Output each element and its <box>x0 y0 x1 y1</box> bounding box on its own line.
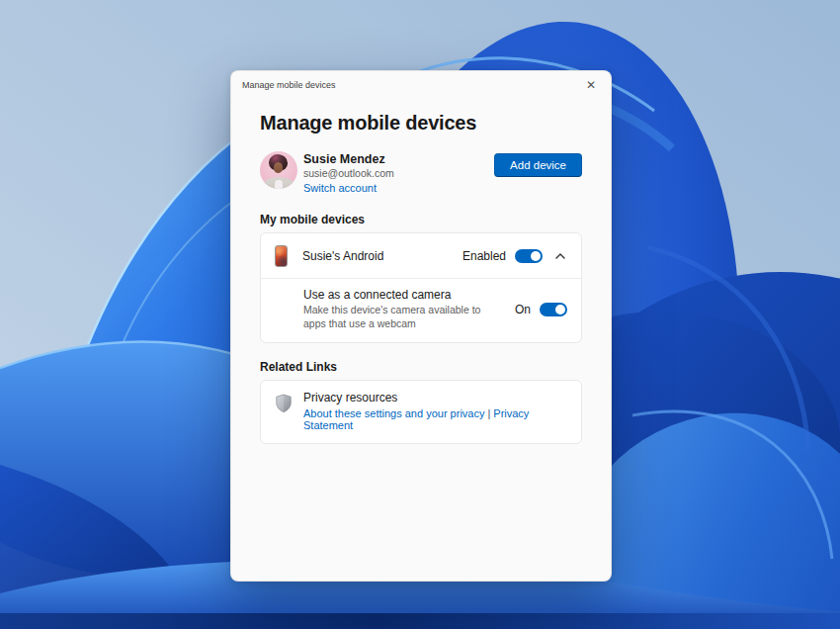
privacy-row: Privacy resources About these settings a… <box>261 381 581 443</box>
avatar-face <box>274 162 283 173</box>
related-links-label: Related Links <box>260 360 582 374</box>
camera-setting-description: Make this device's camera available to a… <box>303 304 499 331</box>
page-title: Manage mobile devices <box>260 112 582 135</box>
account-name: Susie Mendez <box>303 151 394 167</box>
toggle-knob <box>555 305 565 314</box>
camera-setting-row: Use as a connected camera Make this devi… <box>261 279 581 342</box>
privacy-card: Privacy resources About these settings a… <box>260 380 582 444</box>
device-controls: Enabled <box>462 249 567 263</box>
account-info: Susie Mendez susie@outlook.com Switch ac… <box>303 151 394 196</box>
titlebar: Manage mobile devices ✕ <box>231 71 611 99</box>
camera-setting-title: Use as a connected camera <box>303 288 499 302</box>
camera-setting-text: Use as a connected camera Make this devi… <box>303 288 499 331</box>
device-enabled-toggle[interactable] <box>515 249 543 263</box>
toggle-knob <box>531 251 541 261</box>
phone-icon <box>275 245 288 267</box>
account-row: Susie Mendez susie@outlook.com Switch ac… <box>260 151 582 196</box>
device-status-label: Enabled <box>462 249 506 263</box>
privacy-title: Privacy resources <box>303 391 567 404</box>
privacy-links: About these settings and your privacy|Pr… <box>303 407 567 431</box>
privacy-settings-link[interactable]: About these settings and your privacy <box>303 407 484 419</box>
camera-controls: On <box>515 303 567 316</box>
avatar <box>260 151 297 189</box>
device-row[interactable]: Susie's Android Enabled <box>261 233 581 278</box>
chevron-up-icon <box>555 253 565 259</box>
close-button[interactable]: ✕ <box>576 74 606 96</box>
dialog-content: Manage mobile devices Susie Mendez susie… <box>231 112 611 444</box>
collapse-button[interactable] <box>553 251 567 261</box>
add-device-button[interactable]: Add device <box>494 153 582 177</box>
avatar-shirt <box>275 180 283 189</box>
shield-icon <box>275 394 293 413</box>
my-mobile-devices-label: My mobile devices <box>260 213 582 226</box>
camera-toggle[interactable] <box>540 303 567 316</box>
window-title: Manage mobile devices <box>242 80 336 90</box>
camera-status-label: On <box>515 303 531 316</box>
link-separator: | <box>487 407 490 419</box>
switch-account-link[interactable]: Switch account <box>303 180 394 196</box>
device-name: Susie's Android <box>302 249 383 263</box>
manage-mobile-devices-dialog: Manage mobile devices ✕ Manage mobile de… <box>230 70 612 582</box>
account-email: susie@outlook.com <box>303 167 394 180</box>
privacy-text: Privacy resources About these settings a… <box>303 391 567 431</box>
device-card: Susie's Android Enabled Use as a c <box>260 232 582 343</box>
close-icon: ✕ <box>586 79 596 91</box>
